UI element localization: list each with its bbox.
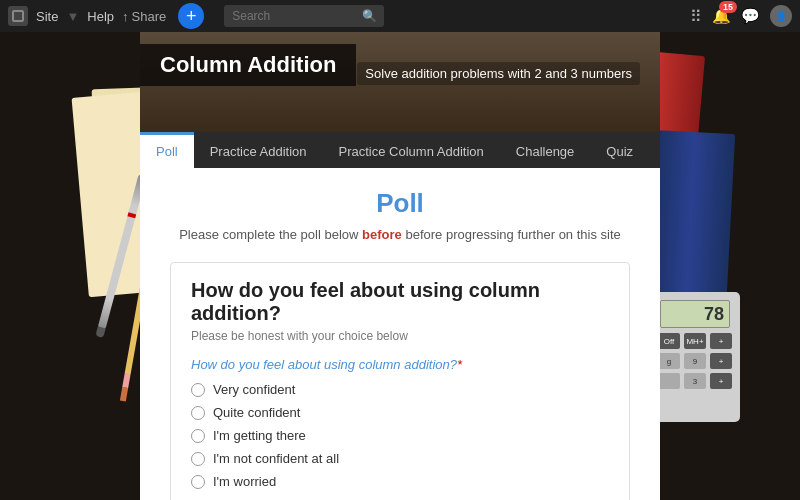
pen-band [127,212,136,218]
tab-challenge[interactable]: Challenge [500,132,591,168]
tab-quiz[interactable]: Quiz [590,132,649,168]
radio-circle-3[interactable] [191,429,205,443]
before-text: before [362,227,402,242]
notification-count: 15 [719,1,737,13]
calc-plus1: + [710,333,732,349]
radio-circle-5[interactable] [191,475,205,489]
radio-circle-2[interactable] [191,406,205,420]
required-marker: * [457,357,462,372]
radio-circle-4[interactable] [191,452,205,466]
top-nav: Site ▼ Help ↑ Share + 🔍 ⠿ 🔔 15 💬 👤 [0,0,800,32]
header-subtitle: Solve addition problems with 2 and 3 num… [357,62,640,85]
calc-3: 3 [684,373,706,389]
site-nav-item[interactable]: Site [36,9,58,24]
notification-badge[interactable]: 🔔 15 [712,7,731,25]
tab-practice-column-addition[interactable]: Practice Column Addition [323,132,500,168]
calc-g: g [658,353,680,369]
radio-option-3[interactable]: I'm getting there [191,428,609,443]
poll-instruction-before: before [405,227,445,242]
calculator: 78 Off MH+ + g 9 + 3 + [650,292,740,422]
radio-option-2[interactable]: Quite confident [191,405,609,420]
poll-card: How do you feel about using column addit… [170,262,630,500]
poll-question-label: How do you feel about using column addit… [191,357,609,372]
content-panel: Poll Please complete the poll below befo… [140,168,660,500]
poll-card-title: How do you feel about using column addit… [191,279,609,325]
calc-9: 9 [684,353,706,369]
avatar[interactable]: 👤 [770,5,792,27]
nav-left: Site ▼ Help ↑ Share [8,6,166,26]
header-title-box: Column Addition [140,44,356,86]
radio-option-1[interactable]: Very confident [191,382,609,397]
calc-plus2: + [710,353,732,369]
grid-icon[interactable]: ⠿ [690,7,702,26]
help-nav-item[interactable]: Help [87,9,114,24]
calc-plus3: + [710,373,732,389]
tab-practice-addition[interactable]: Practice Addition [194,132,323,168]
share-nav-item[interactable]: ↑ Share [122,9,166,24]
nav-separator: ▼ [66,9,79,24]
poll-card-subtitle: Please be honest with your choice below [191,329,609,343]
calculator-screen: 78 [660,300,730,328]
search-icon[interactable]: 🔍 [362,9,377,23]
nav-right: ⠿ 🔔 15 💬 👤 [690,5,792,27]
search-box: 🔍 [224,5,384,27]
poll-title: Poll [170,188,630,219]
message-badge[interactable]: 💬 [741,7,760,25]
calculator-buttons: Off MH+ + g 9 + 3 + [650,333,740,389]
share-icon: ↑ [122,9,129,24]
radio-option-4[interactable]: I'm not confident at all [191,451,609,466]
page-title: Column Addition [160,52,336,77]
main-area: 78 Off MH+ + g 9 + 3 + Column Addition S… [0,32,800,500]
tab-navigation: Poll Practice Addition Practice Column A… [140,132,660,168]
poll-subtitle: Please complete the poll below before be… [170,227,630,242]
calc-w1 [658,373,680,389]
avatar-initial: 👤 [775,11,787,22]
search-input[interactable] [232,9,362,23]
header-banner: Column Addition Solve addition problems … [140,32,660,132]
tab-poll[interactable]: Poll [140,132,194,168]
radio-option-5[interactable]: I'm worried [191,474,609,489]
add-button[interactable]: + [178,3,204,29]
message-icon: 💬 [741,7,760,24]
site-logo [8,6,28,26]
calc-mh: MH+ [684,333,706,349]
calc-off: Off [658,333,680,349]
radio-circle-1[interactable] [191,383,205,397]
